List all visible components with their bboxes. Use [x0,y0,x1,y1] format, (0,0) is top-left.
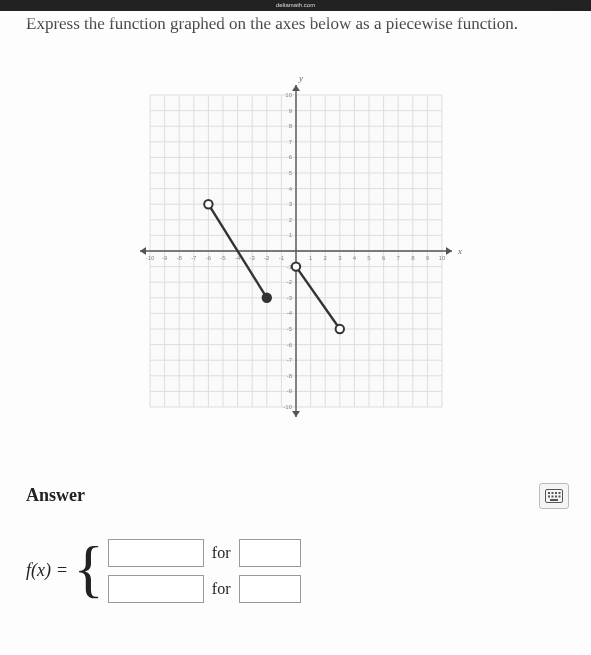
svg-rect-98 [548,492,550,494]
question-text: Express the function graphed on the axes… [26,11,565,37]
svg-marker-47 [292,85,300,91]
svg-point-93 [262,293,270,301]
piece-row-2: for [108,575,301,603]
svg-text:-5: -5 [220,255,226,261]
svg-rect-100 [555,492,557,494]
svg-text:-6: -6 [286,341,292,347]
svg-rect-101 [559,492,561,494]
svg-text:-2: -2 [286,279,292,285]
condition-input-1[interactable] [239,539,301,567]
keypad-icon [545,489,563,503]
question-text-span: Express the function graphed on the axes… [26,14,518,33]
svg-marker-48 [292,411,300,417]
graph-container: -10-9-8-7-6-5-4-3-2-112345678910-10-9-8-… [26,61,565,441]
svg-marker-45 [446,247,452,255]
left-brace: { [73,547,104,591]
svg-point-92 [204,200,212,208]
url-bar: deltamath.com [0,0,591,11]
keypad-button[interactable] [539,483,569,509]
svg-text:x: x [457,246,462,256]
svg-rect-105 [559,495,561,497]
equals-sign: = [57,560,67,581]
svg-text:-8: -8 [286,372,292,378]
for-label-1: for [212,544,231,562]
svg-text:10: 10 [285,92,292,98]
svg-rect-104 [555,495,557,497]
expression-input-2[interactable] [108,575,204,603]
content-area: Express the function graphed on the axes… [0,11,591,603]
piecewise-entry: f(x) = { for for [26,539,565,603]
svg-rect-102 [548,495,550,497]
svg-point-96 [335,324,343,332]
svg-text:-7: -7 [191,255,197,261]
condition-input-2[interactable] [239,575,301,603]
fx-label: f(x) [26,560,51,581]
svg-rect-99 [552,492,554,494]
svg-text:-5: -5 [286,326,292,332]
svg-text:-10: -10 [145,255,154,261]
svg-text:10: 10 [438,255,445,261]
svg-text:-4: -4 [286,310,292,316]
svg-text:y: y [298,73,303,83]
svg-text:-8: -8 [176,255,182,261]
answer-heading: Answer [26,485,85,506]
coordinate-graph: -10-9-8-7-6-5-4-3-2-112345678910-10-9-8-… [116,61,476,441]
svg-text:-7: -7 [286,357,292,363]
svg-text:-3: -3 [249,255,255,261]
svg-text:-9: -9 [161,255,167,261]
expression-input-1[interactable] [108,539,204,567]
svg-point-95 [291,262,299,270]
site-label: deltamath.com [276,2,315,8]
svg-marker-46 [140,247,146,255]
svg-rect-103 [552,495,554,497]
svg-text:-1: -1 [278,255,284,261]
svg-text:-10: -10 [283,404,292,410]
svg-text:-2: -2 [264,255,270,261]
svg-text:-9: -9 [286,388,292,394]
answer-row: Answer [26,483,565,509]
for-label-2: for [212,580,231,598]
svg-rect-106 [550,499,558,501]
svg-text:-3: -3 [286,294,292,300]
svg-text:-6: -6 [205,255,211,261]
piece-row-1: for [108,539,301,567]
pieces-column: for for [108,539,301,603]
